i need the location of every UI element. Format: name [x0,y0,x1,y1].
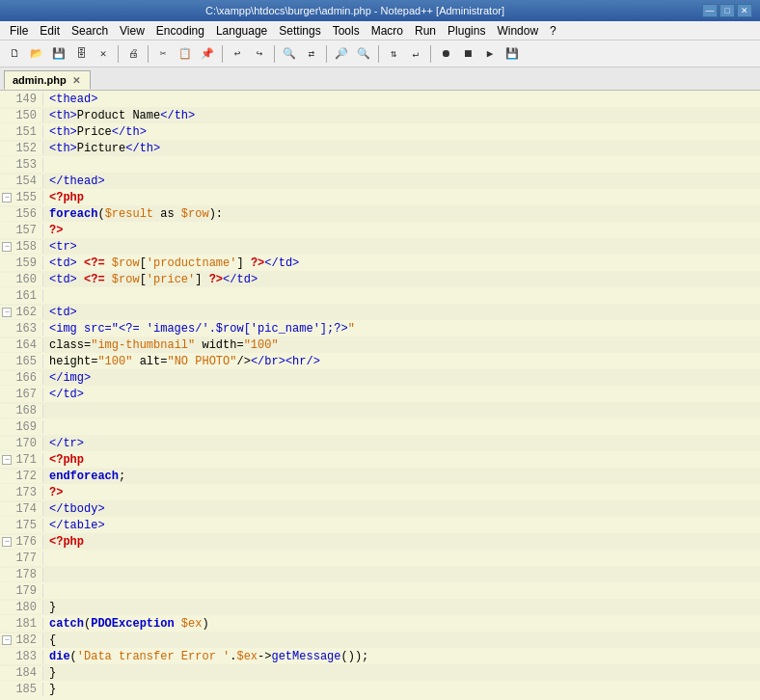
menu-search[interactable]: Search [66,22,114,40]
toolbar: 🗋 📂 💾 🗄 ✕ 🖨 ✂ 📋 📌 ↩ ↪ 🔍 ⇄ 🔎 🔍 ⇅ ↵ ⏺ ⏹ ▶ … [0,40,760,67]
code-line: 177 [0,550,760,566]
macro-play-button[interactable]: ▶ [479,43,501,65]
line-content[interactable]: </table> [43,519,105,532]
line-content[interactable]: } [43,683,56,696]
fold-marker[interactable]: − [2,635,12,645]
fold-marker[interactable]: − [2,242,12,252]
open-button[interactable]: 📂 [26,43,47,65]
close-button[interactable]: ✕ [737,4,752,17]
close-button2[interactable]: ✕ [93,43,114,65]
line-number: 167 [0,388,43,401]
line-content[interactable] [43,289,56,303]
line-content[interactable]: <td> <?= $row['productname'] ?></td> [43,256,299,270]
line-content[interactable]: } [43,601,56,614]
tab-close-icon[interactable]: ✕ [72,75,80,86]
line-content[interactable]: catch(PDOException $ex) [43,617,209,631]
window-controls[interactable]: — □ ✕ [702,4,752,17]
fold-marker[interactable]: − [2,537,12,547]
wrap-button[interactable]: ↵ [405,43,426,65]
fold-marker[interactable]: − [2,455,12,465]
line-content[interactable]: <thead> [43,93,97,106]
code-line: 160 <td> <?= $row['price'] ?></td> [0,271,760,287]
zoom-in-button[interactable]: 🔎 [331,43,352,65]
line-number: −176 [0,535,43,549]
line-content[interactable]: </td> [43,388,84,401]
maximize-button[interactable]: □ [719,4,735,17]
macro-stop-button[interactable]: ⏹ [457,43,478,65]
cut-button[interactable]: ✂ [152,43,174,65]
line-content[interactable]: endforeach; [43,470,125,483]
line-content[interactable] [43,404,56,417]
line-content[interactable]: </tbody> [43,502,105,516]
menu-macro[interactable]: Macro [366,22,409,40]
line-content[interactable]: foreach($result as $row): [43,207,223,221]
line-number: 170 [0,437,43,450]
menu-window[interactable]: Window [491,22,544,40]
paste-button[interactable]: 📌 [197,43,218,65]
line-content[interactable]: class="img-thumbnail" width="100" [43,338,279,352]
line-content[interactable]: </img> [43,371,91,385]
line-content[interactable]: <tr> [43,240,77,254]
code-line: 159 <td> <?= $row['productname'] ?></td> [0,255,760,271]
menu-encoding[interactable]: Encoding [150,22,210,40]
code-line: −176<?php [0,533,760,550]
menu-settings[interactable]: Settings [273,22,326,40]
line-content[interactable]: <th>Picture</th> [43,142,160,155]
line-content[interactable] [43,568,56,581]
line-content[interactable]: <?php [43,191,84,204]
macro-save-button[interactable]: 💾 [502,43,523,65]
code-area[interactable]: 149<thead>150 <th>Product Name</th>151 <… [0,91,760,700]
menu-run[interactable]: Run [409,22,442,40]
menu-edit[interactable]: Edit [34,22,66,40]
code-line: 179 [0,582,760,599]
fold-marker[interactable]: − [2,193,12,202]
line-content[interactable]: <?php [43,453,84,467]
line-content[interactable]: <?php [43,535,84,549]
line-content[interactable]: } [43,666,56,680]
line-content[interactable]: { [43,633,56,647]
menu-help[interactable]: ? [544,22,562,40]
menu-view[interactable]: View [114,22,150,40]
line-content[interactable]: <th>Product Name</th> [43,109,195,122]
fold-marker[interactable]: − [2,308,12,317]
sync-scroll-button[interactable]: ⇅ [383,43,404,65]
line-content[interactable]: <td> [43,306,77,319]
line-content[interactable]: <img src="<?= 'images/'.$row['pic_name']… [43,322,355,336]
line-content[interactable]: die('Data transfer Error '.$ex->getMessa… [43,650,368,663]
tab-label: admin.php [13,74,67,86]
line-content[interactable]: ?> [43,486,63,499]
save-button[interactable]: 💾 [48,43,69,65]
line-number: 169 [0,420,43,434]
line-content[interactable] [43,552,56,565]
line-content[interactable]: height="100" alt="NO PHOTO"/></br><hr/> [43,355,320,368]
line-content[interactable]: </thead> [43,175,105,188]
redo-button[interactable]: ↪ [249,43,270,65]
save-all-button[interactable]: 🗄 [70,43,92,65]
sep4 [274,45,275,63]
macro-rec-button[interactable]: ⏺ [435,43,456,65]
code-line: 164 class="img-thumbnail" width="100" [0,337,760,353]
menu-tools[interactable]: Tools [327,22,366,40]
minimize-button[interactable]: — [702,4,718,17]
line-content[interactable]: <th>Price</th> [43,125,147,139]
code-line: 152 <th>Picture</th> [0,140,760,156]
line-content[interactable]: <td> <?= $row['price'] ?></td> [43,273,258,286]
replace-button[interactable]: ⇄ [301,43,322,65]
menu-plugins[interactable]: Plugins [442,22,491,40]
line-content[interactable] [43,158,56,172]
new-button[interactable]: 🗋 [4,43,25,65]
copy-button[interactable]: 📋 [175,43,196,65]
print-button[interactable]: 🖨 [122,43,144,65]
find-button[interactable]: 🔍 [279,43,300,65]
undo-button[interactable]: ↩ [227,43,248,65]
code-line: 153 [0,156,760,173]
line-content[interactable] [43,420,56,434]
menu-file[interactable]: File [4,22,34,40]
line-content[interactable]: ?> [43,224,63,237]
menu-language[interactable]: Language [210,22,273,40]
tab-admin-php[interactable]: admin.php ✕ [4,70,91,90]
zoom-out-button[interactable]: 🔍 [353,43,374,65]
code-line: 181 catch(PDOException $ex) [0,615,760,632]
line-content[interactable] [43,584,56,598]
line-content[interactable]: </tr> [43,437,84,450]
